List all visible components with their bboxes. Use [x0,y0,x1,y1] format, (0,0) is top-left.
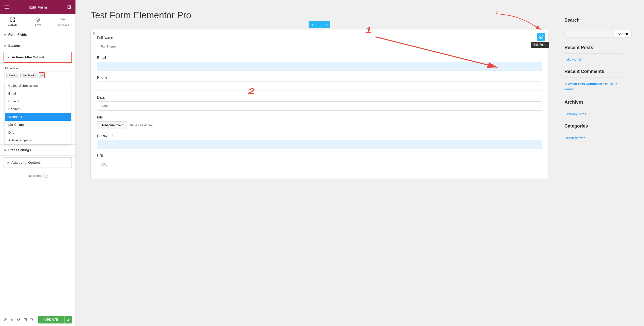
add-action-section: Add Action Email × Webhook × + [0,65,75,82]
edit-form-tooltip: Edit Form [531,42,549,48]
search-widget-title: Search [565,18,623,23]
toolbar-add-button[interactable]: + [311,22,315,27]
label-url: URL [97,154,542,158]
dropdown-webhook[interactable]: Webhook [5,113,71,121]
form-toolbar: + ⠿ × [309,21,330,28]
additional-options-label: Additional Options [11,161,41,165]
search-input[interactable] [565,30,612,37]
preview-icon[interactable]: 👁 [30,317,34,322]
tag-email: Email × [6,73,19,77]
dropdown-redirect[interactable]: Redirect [5,105,71,113]
tag-webhook: Webhook × [20,73,38,77]
form-widget-handle: ⊟ [93,32,95,35]
form-widget: ⊟ Edit Form [91,30,548,179]
file-status-label: Файл не выбран [130,124,152,127]
file-choose-button[interactable]: Выберите файл [97,121,127,129]
dropdown-activecampaign[interactable]: ActiveCampaign [5,136,71,144]
accordion-additional-options: ▶ Additional Options [0,157,75,170]
dropdown-drip[interactable]: Drip [5,129,71,136]
history-icon[interactable]: ↺ [17,317,20,322]
archives-widget: Archives February 2023 [565,100,623,116]
categories-title: Categories [565,124,623,129]
tab-advanced[interactable]: Advanced [50,14,75,29]
add-action-button[interactable]: + [39,73,44,78]
accordion-form-fields-header[interactable]: ▶ Form Fields [0,29,75,40]
help-icon[interactable]: ? [44,174,48,178]
tag-webhook-remove[interactable]: × [35,74,37,77]
page-content: 1 2 Test Form Elementor Pro + ⠿ × [91,10,548,316]
right-sidebar: Search Search Recent Posts hello world! … [558,10,629,316]
accordion-buttons-header[interactable]: ▶ Buttons [0,40,75,51]
tab-style[interactable]: Style [25,14,50,29]
sidebar-bottom: ⊚ ◈ ↺ ⊡ 👁 UPDATE ▲ [0,313,75,326]
update-group: UPDATE ▲ [38,316,72,323]
form-edit-button[interactable] [537,33,545,41]
recent-comments-title: Recent Comments [565,69,623,74]
toolbar-close-button[interactable]: × [324,22,328,27]
dropdown-email2[interactable]: Email 2 [5,97,71,105]
search-divider [565,26,623,26]
input-password[interactable] [97,140,542,149]
recent-posts-divider [565,53,623,54]
svg-rect-0 [11,18,12,19]
steps-settings-header[interactable]: ▶ Steps Settings [0,145,75,155]
input-data[interactable] [97,101,542,111]
toolbar-drag-button[interactable]: ⠿ [317,22,322,27]
form-inner: Full Name Email Phone [91,33,548,179]
field-email: Email [97,56,542,71]
archives-title: Archives [565,100,623,105]
category-link-0[interactable]: Uncategorized [565,136,623,140]
input-email[interactable] [97,62,542,71]
recent-comments-widget: Recent Comments A WordPress Commenter on… [565,69,623,92]
input-phone[interactable] [97,82,542,91]
dropdown-collect-submissions[interactable]: Collect Submissions [5,82,71,90]
recent-comment-0: A WordPress Commenter on Hello world! [565,82,623,92]
input-url[interactable] [97,160,542,169]
file-input-row: Выберите файл Файл не выбран [97,121,542,129]
input-fullname[interactable] [97,42,542,51]
actions-after-submit-label: Actions After Submit [12,55,44,59]
field-phone: Phone [97,75,542,91]
grid-icon[interactable]: ⊞ [67,4,71,10]
search-row: Search [565,30,623,37]
recent-posts-widget: Recent Posts hello world! [565,45,623,61]
svg-rect-3 [13,20,15,22]
svg-rect-2 [11,20,12,22]
dropdown-email[interactable]: Email [5,90,71,97]
additional-options-header[interactable]: ▶ Additional Options [4,158,71,168]
archive-link-0[interactable]: February 2023 [565,112,623,116]
categories-widget: Categories Uncategorized [565,124,623,140]
bottom-icons: ⊚ ◈ ↺ ⊡ 👁 [4,317,34,322]
recent-post-link-0[interactable]: hello world! [565,58,623,61]
layers-icon[interactable]: ⊚ [4,317,7,322]
tab-content[interactable]: Content [0,14,25,29]
form-widget-container: + ⠿ × ⊟ Edit Fo [91,30,548,179]
responsive-icon[interactable]: ⊡ [24,317,27,322]
update-button[interactable]: UPDATE [38,316,64,323]
annotation-1: 1 [495,10,498,15]
actions-after-submit-header[interactable]: ▼ Actions After Submit [4,52,71,62]
field-fullname: Full Name [97,36,542,51]
tag-email-remove[interactable]: × [16,74,18,77]
accordion-actions: ▼ Actions After Submit Add Action Email … [0,52,75,145]
update-dropdown-button[interactable]: ▲ [64,316,72,323]
search-button[interactable]: Search [614,30,632,37]
svg-point-6 [62,19,64,20]
sidebar-tabs: Content Style Advanced [0,14,75,29]
left-sidebar: Edit Form ⊞ Content Style Advanced [0,0,75,326]
comment-author-link[interactable]: A WordPress Commenter [565,82,604,86]
field-password: Password [97,134,542,149]
accordion-steps-settings: ▶ Steps Settings [0,145,75,156]
svg-rect-1 [13,18,15,19]
field-data: Data [97,95,542,111]
label-file: File [97,115,542,119]
add-action-label: Add Action [5,67,71,70]
label-phone: Phone [97,75,542,79]
hamburger-icon[interactable] [5,5,9,9]
navigator-icon[interactable]: ◈ [10,317,13,322]
archives-divider [565,108,623,108]
recent-posts-title: Recent Posts [565,45,623,50]
field-file: File Выберите файл Файл не выбран [97,115,542,129]
sidebar-header: Edit Form ⊞ [0,0,75,14]
dropdown-mailchimp[interactable]: MailChimp [5,121,71,129]
